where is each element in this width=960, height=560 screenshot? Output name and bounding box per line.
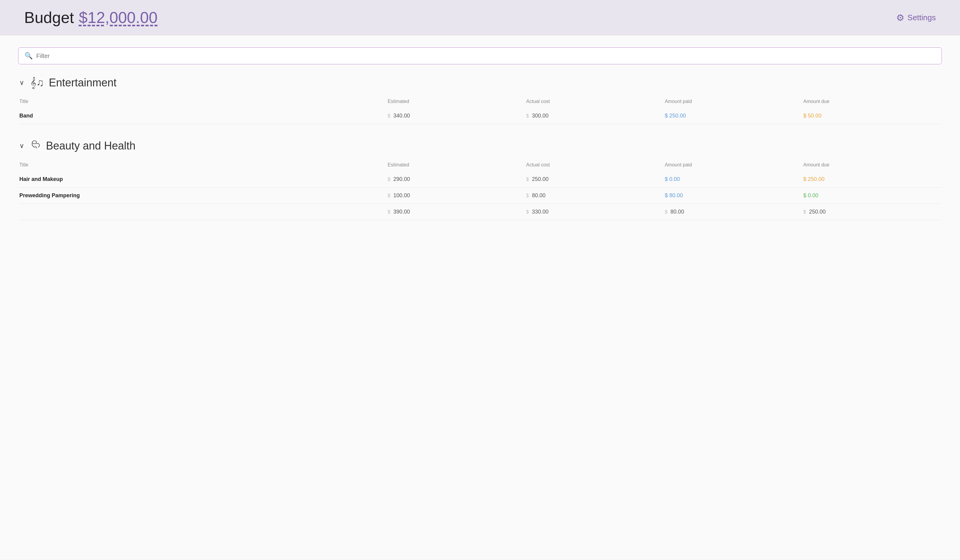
dollar-sign: $ [526,209,529,215]
dollar-sign: $ [387,113,390,119]
beauty-health-section: ∨ Beauty and Health Title Estimated [18,139,942,220]
item-estimated: $ 290.00 [387,171,526,188]
table-row: Prewedding Pampering $ 100.00 $ 80.00 [18,188,942,204]
dollar-sign: $ [526,193,529,198]
app-container: Budget $12,000.00 ⚙ Settings 🔍 ∨ 𝄞♫ Ente… [0,0,960,559]
dollar-sign: $ [387,177,390,182]
search-icon: 🔍 [24,52,33,60]
item-title: Band [18,108,387,124]
svg-line-1 [36,147,37,148]
entertainment-collapse-btn[interactable]: ∨ [18,78,26,88]
col-title-bh: Title [18,160,387,171]
item-actual: $ 300.00 [526,108,665,124]
table-row: Band $ 340.00 $ 300.00 [18,108,942,124]
filter-bar: 🔍 [18,48,942,64]
beauty-health-collapse-btn[interactable]: ∨ [18,141,26,151]
header: Budget $12,000.00 ⚙ Settings [0,0,960,35]
item-due: $ 50.00 [803,108,942,124]
dollar-sign: $ [803,209,806,215]
col-paid-ent: Amount paid [665,96,803,108]
gear-icon: ⚙ [896,13,904,23]
entertainment-name: Entertainment [49,77,117,89]
item-actual: $ 80.00 [526,188,665,204]
entertainment-section: ∨ 𝄞♫ Entertainment Title Estimated Actua… [18,77,942,124]
beauty-health-table: Title Estimated Actual cost Amount paid … [18,160,942,220]
entertainment-icon: 𝄞♫ [30,77,44,89]
totals-due: $ 250.00 [803,204,942,220]
item-paid: $ 250.00 [665,108,803,124]
item-title: Prewedding Pampering [18,188,387,204]
totals-estimated: $ 390.00 [387,204,526,220]
beauty-health-header: ∨ Beauty and Health [18,139,942,153]
dollar-sign: $ [387,209,390,215]
filter-input[interactable] [36,53,936,59]
col-actual-bh: Actual cost [526,160,665,171]
item-paid: $ 0.00 [665,171,803,188]
item-actual: $ 250.00 [526,171,665,188]
col-estimated-ent: Estimated [387,96,526,108]
item-title: Hair and Makeup [18,171,387,188]
item-due: $ 0.00 [803,188,942,204]
settings-button[interactable]: ⚙ Settings [896,13,936,23]
col-estimated-bh: Estimated [387,160,526,171]
entertainment-header: ∨ 𝄞♫ Entertainment [18,77,942,89]
col-title-ent: Title [18,96,387,108]
beauty-health-icon [30,139,41,153]
col-due-ent: Amount due [803,96,942,108]
beauty-health-name: Beauty and Health [46,140,135,152]
dollar-sign: $ [526,113,529,119]
table-row: Hair and Makeup $ 290.00 $ 250.00 [18,171,942,188]
item-estimated: $ 340.00 [387,108,526,124]
dollar-sign: $ [387,193,390,198]
dollar-sign: $ [665,209,667,215]
budget-amount[interactable]: $12,000.00 [79,8,157,27]
entertainment-table: Title Estimated Actual cost Amount paid … [18,96,942,124]
main-content: 🔍 ∨ 𝄞♫ Entertainment Title Estimated Act… [0,35,960,559]
totals-actual: $ 330.00 [526,204,665,220]
totals-row: $ 390.00 $ 330.00 $ [18,204,942,220]
totals-paid: $ 80.00 [665,204,803,220]
budget-label: Budget [24,8,74,27]
item-due: $ 250.00 [803,171,942,188]
svg-point-0 [32,141,37,144]
totals-label [18,204,387,220]
item-paid: $ 80.00 [665,188,803,204]
item-estimated: $ 100.00 [387,188,526,204]
col-paid-bh: Amount paid [665,160,803,171]
col-due-bh: Amount due [803,160,942,171]
budget-title: Budget $12,000.00 [24,8,157,27]
settings-label: Settings [907,13,936,22]
dollar-sign: $ [526,177,529,182]
col-actual-ent: Actual cost [526,96,665,108]
